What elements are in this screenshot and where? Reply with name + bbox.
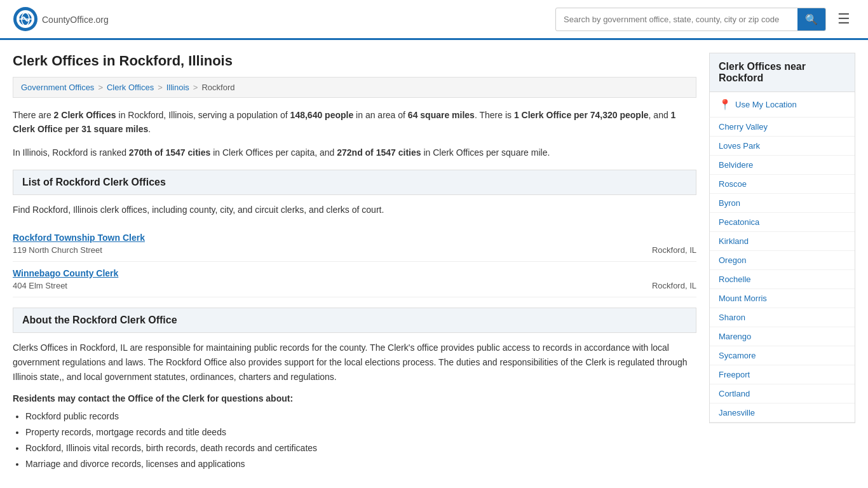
about-section-header: About the Rockford Clerk Office <box>13 308 696 333</box>
office-row-1: 119 North Church Street Rockford, IL <box>13 245 696 255</box>
sidebar-link-loves-park[interactable]: Loves Park <box>710 137 855 156</box>
office-row-2: 404 Elm Street Rockford, IL <box>13 281 696 290</box>
sidebar-location: 📍 Use My Location <box>709 92 855 118</box>
list-item-1: Rockford public records <box>25 409 696 424</box>
breadcrumb-clerk-offices[interactable]: Clerk Offices <box>107 83 154 92</box>
sidebar-link-sycamore[interactable]: Sycamore <box>710 346 855 365</box>
breadcrumb-illinois[interactable]: Illinois <box>166 83 189 92</box>
search-bar: 🔍 <box>555 8 826 31</box>
page-content: Clerk Offices in Rockford, Illinois Gove… <box>0 40 868 473</box>
office-name-2[interactable]: Winnebago County Clerk <box>13 268 118 278</box>
sidebar-link-mount-morris[interactable]: Mount Morris <box>710 289 855 308</box>
bold-population: 148,640 people <box>290 110 354 120</box>
sidebar-link-byron[interactable]: Byron <box>710 194 855 213</box>
sidebar-link-janesville[interactable]: Janesville <box>710 403 855 423</box>
sidebar-link-belvidere[interactable]: Belvidere <box>710 156 855 175</box>
bold-per-people: 1 Clerk Office per 74,320 people <box>514 110 649 120</box>
main-content: Clerk Offices in Rockford, Illinois Gove… <box>13 53 696 473</box>
sidebar-link-cortland[interactable]: Cortland <box>710 384 855 403</box>
sidebar-link-marengo[interactable]: Marengo <box>710 327 855 346</box>
residents-header: Residents may contact the Office of the … <box>13 393 696 403</box>
sidebar-links: Cherry Valley Loves Park Belvidere Rosco… <box>709 118 855 423</box>
search-icon: 🔍 <box>805 14 818 25</box>
sidebar-link-sharon[interactable]: Sharon <box>710 308 855 327</box>
site-header: CountyOffice.org 🔍 ☰ <box>0 0 868 40</box>
list-item-2: Property records, mortgage records and t… <box>25 424 696 440</box>
sidebar-link-rochelle[interactable]: Rochelle <box>710 270 855 289</box>
office-address-1: 119 North Church Street <box>13 245 102 255</box>
office-city-1: Rockford, IL <box>652 245 696 255</box>
logo-area: CountyOffice.org <box>13 6 109 32</box>
use-my-location-link[interactable]: Use My Location <box>735 100 797 109</box>
office-entry-1: Rockford Township Town Clerk 119 North C… <box>13 226 696 262</box>
sidebar-link-kirkland[interactable]: Kirkland <box>710 232 855 251</box>
breadcrumb-sep-2: > <box>158 83 163 92</box>
bold-2-clerk-offices: 2 Clerk Offices <box>54 110 116 120</box>
list-description: Find Rockford, Illinois clerk offices, i… <box>13 203 696 217</box>
bold-area: 64 square miles <box>408 110 475 120</box>
office-city-2: Rockford, IL <box>652 281 696 290</box>
office-name-1[interactable]: Rockford Township Town Clerk <box>13 233 145 243</box>
breadcrumb: Government Offices > Clerk Offices > Ill… <box>13 77 696 98</box>
list-item-3: Rockford, Illinois vital records, birth … <box>25 440 696 456</box>
sidebar-link-pecatonica[interactable]: Pecatonica <box>710 213 855 232</box>
office-entry-2: Winnebago County Clerk 404 Elm Street Ro… <box>13 262 696 297</box>
logo-icon <box>13 6 38 32</box>
office-address-2: 404 Elm Street <box>13 281 67 290</box>
logo-text: CountyOffice.org <box>42 13 109 26</box>
search-input[interactable] <box>556 10 797 29</box>
breadcrumb-gov-offices[interactable]: Government Offices <box>21 83 94 92</box>
list-section-header: List of Rockford Clerk Offices <box>13 170 696 195</box>
header-right: 🔍 ☰ <box>555 8 855 31</box>
hamburger-menu-icon[interactable]: ☰ <box>832 8 855 30</box>
breadcrumb-rockford: Rockford <box>201 83 234 92</box>
sidebar-link-oregon[interactable]: Oregon <box>710 251 855 270</box>
bold-rank-sqmile: 272nd of 1547 cities <box>337 147 421 158</box>
bullet-list: Rockford public records Property records… <box>13 409 696 473</box>
page-title: Clerk Offices in Rockford, Illinois <box>13 53 696 69</box>
breadcrumb-sep-3: > <box>193 83 198 92</box>
breadcrumb-sep-1: > <box>98 83 103 92</box>
list-item-4: Marriage and divorce records, licenses a… <box>25 456 696 472</box>
intro-paragraph-1: There are 2 Clerk Offices in Rockford, I… <box>13 108 696 137</box>
sidebar-link-cherry-valley[interactable]: Cherry Valley <box>710 118 855 137</box>
bold-rank-capita: 270th of 1547 cities <box>129 147 210 158</box>
sidebar-link-freeport[interactable]: Freeport <box>710 365 855 384</box>
sidebar: Clerk Offices near Rockford 📍 Use My Loc… <box>709 53 855 473</box>
sidebar-link-roscoe[interactable]: Roscoe <box>710 175 855 194</box>
intro-paragraph-2: In Illinois, Rockford is ranked 270th of… <box>13 146 696 159</box>
pin-icon: 📍 <box>719 98 731 111</box>
sidebar-title: Clerk Offices near Rockford <box>709 53 855 92</box>
search-button[interactable]: 🔍 <box>797 8 825 30</box>
about-paragraph: Clerks Offices in Rockford, IL are respo… <box>13 341 696 384</box>
